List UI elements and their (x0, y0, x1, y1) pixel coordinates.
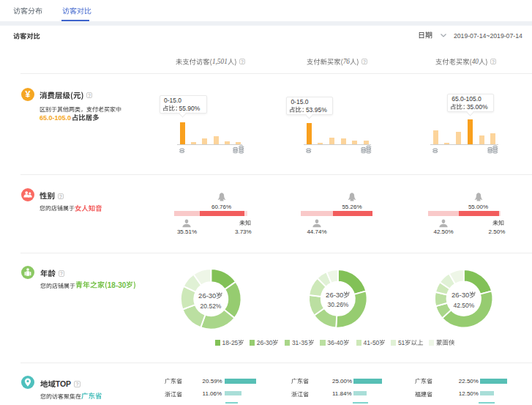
svg-text:¥: ¥ (25, 89, 30, 100)
